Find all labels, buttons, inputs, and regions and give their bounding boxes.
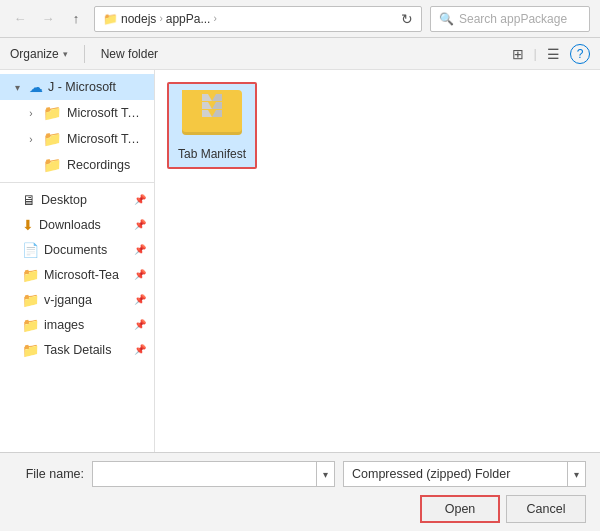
- details-view-button[interactable]: ☰: [543, 44, 564, 64]
- sidebar-microsofttea-label: Microsoft-Tea: [44, 268, 119, 282]
- pin-icon: 📌: [134, 294, 146, 305]
- desktop-icon: 🖥: [22, 192, 36, 208]
- sidebar-quick-microsoft-tea[interactable]: 📁 Microsoft-Tea 📌: [0, 262, 154, 287]
- main-content: ▾ ☁ J - Microsoft › 📁 Microsoft Team › 📁…: [0, 70, 600, 452]
- path-chevron: ›: [159, 13, 162, 24]
- folder-icon: 📁: [43, 156, 62, 174]
- sidebar-item-team-1[interactable]: › 📁 Microsoft Team: [0, 100, 154, 126]
- sidebar-divider: [0, 182, 154, 183]
- help-button[interactable]: ?: [570, 44, 590, 64]
- expander-icon: ›: [24, 108, 38, 119]
- cancel-button[interactable]: Cancel: [506, 495, 586, 523]
- expander-icon: ▾: [10, 82, 24, 93]
- sidebar-vjganga-label: v-jganga: [44, 293, 92, 307]
- filetype-select-wrap: Compressed (zipped) Folder ▾: [343, 461, 586, 487]
- sidebar-desktop-label: Desktop: [41, 193, 87, 207]
- pin-icon: 📌: [134, 194, 146, 205]
- folder-icon: 📁: [22, 292, 39, 308]
- folder-icon: 📁: [43, 104, 62, 122]
- sidebar-taskdetails-label: Task Details: [44, 343, 111, 357]
- new-folder-button[interactable]: New folder: [101, 47, 158, 61]
- organize-label: Organize: [10, 47, 59, 61]
- toolbar-right: ⊞ | ☰ ?: [508, 44, 590, 64]
- sidebar-team1-label: Microsoft Team: [67, 106, 146, 120]
- filetype-display: Compressed (zipped) Folder: [343, 461, 568, 487]
- title-bar: ← → ↑ 📁 nodejs › appPa... › ↻ 🔍 Search a…: [0, 0, 600, 38]
- file-item-label: Tab Manifest: [178, 147, 246, 161]
- search-icon: 🔍: [439, 12, 454, 26]
- cloud-icon: ☁: [29, 79, 43, 95]
- filename-input-wrap: ▾: [92, 461, 335, 487]
- sidebar-quick-vjganga[interactable]: 📁 v-jganga 📌: [0, 287, 154, 312]
- sidebar-item-root[interactable]: ▾ ☁ J - Microsoft: [0, 74, 154, 100]
- filetype-dropdown-button[interactable]: ▾: [568, 461, 586, 487]
- sidebar-quick-documents[interactable]: 📄 Documents 📌: [0, 237, 154, 262]
- action-buttons: Open Cancel: [14, 495, 586, 523]
- filename-dropdown-button[interactable]: ▾: [317, 461, 335, 487]
- folder-icon: 📁: [22, 342, 39, 358]
- up-button[interactable]: ↑: [66, 9, 86, 29]
- pin-icon: 📌: [134, 269, 146, 280]
- expander-icon: ›: [24, 134, 38, 145]
- pin-icon: 📌: [134, 219, 146, 230]
- sidebar-documents-label: Documents: [44, 243, 107, 257]
- back-button[interactable]: ←: [10, 9, 30, 29]
- sidebar-item-team-2[interactable]: › 📁 Microsoft Team: [0, 126, 154, 152]
- sidebar-quick-images[interactable]: 📁 images 📌: [0, 312, 154, 337]
- sidebar-quick-downloads[interactable]: ⬇ Downloads 📌: [0, 212, 154, 237]
- sidebar-downloads-label: Downloads: [39, 218, 101, 232]
- sidebar-root-label: J - Microsoft: [48, 80, 146, 94]
- toolbar: Organize ▾ New folder ⊞ | ☰ ?: [0, 38, 600, 70]
- folder-icon: 📁: [43, 130, 62, 148]
- documents-icon: 📄: [22, 242, 39, 258]
- file-name-label: File name:: [14, 467, 84, 481]
- refresh-button[interactable]: ↻: [401, 11, 413, 27]
- sidebar: ▾ ☁ J - Microsoft › 📁 Microsoft Team › 📁…: [0, 70, 155, 452]
- bottom-bar: File name: ▾ Compressed (zipped) Folder …: [0, 452, 600, 531]
- sidebar-quick-task-details[interactable]: 📁 Task Details 📌: [0, 337, 154, 362]
- new-folder-label: New folder: [101, 47, 158, 61]
- view-separator: |: [534, 46, 537, 61]
- folder-icon: 📁: [22, 317, 39, 333]
- sidebar-images-label: images: [44, 318, 84, 332]
- folder-icon: 📁: [22, 267, 39, 283]
- download-icon: ⬇: [22, 217, 34, 233]
- bottom-row-filename: File name: ▾ Compressed (zipped) Folder …: [14, 461, 586, 487]
- pin-icon: 📌: [134, 319, 146, 330]
- organize-chevron-icon: ▾: [63, 49, 68, 59]
- zip-folder-icon: [182, 90, 242, 142]
- address-bar: 📁 nodejs › appPa... › ↻: [94, 6, 422, 32]
- forward-button[interactable]: →: [38, 9, 58, 29]
- view-options-button[interactable]: ⊞: [508, 44, 528, 64]
- sidebar-recordings-label: Recordings: [67, 158, 146, 172]
- file-area: Tab Manifest: [155, 70, 600, 452]
- open-button[interactable]: Open: [420, 495, 500, 523]
- address-path: 📁 nodejs › appPa... ›: [103, 12, 217, 26]
- pin-icon: 📌: [134, 244, 146, 255]
- toolbar-separator: [84, 45, 85, 63]
- sidebar-item-recordings[interactable]: 📁 Recordings: [0, 152, 154, 178]
- file-item-tab-manifest[interactable]: Tab Manifest: [167, 82, 257, 169]
- organize-button[interactable]: Organize ▾: [10, 47, 68, 61]
- sidebar-quick-desktop[interactable]: 🖥 Desktop 📌: [0, 187, 154, 212]
- pin-icon: 📌: [134, 344, 146, 355]
- filename-input[interactable]: [92, 461, 317, 487]
- search-placeholder: Search appPackage: [459, 12, 567, 26]
- sidebar-team2-label: Microsoft Team: [67, 132, 146, 146]
- search-bar[interactable]: 🔍 Search appPackage: [430, 6, 590, 32]
- path-chevron-2: ›: [213, 13, 216, 24]
